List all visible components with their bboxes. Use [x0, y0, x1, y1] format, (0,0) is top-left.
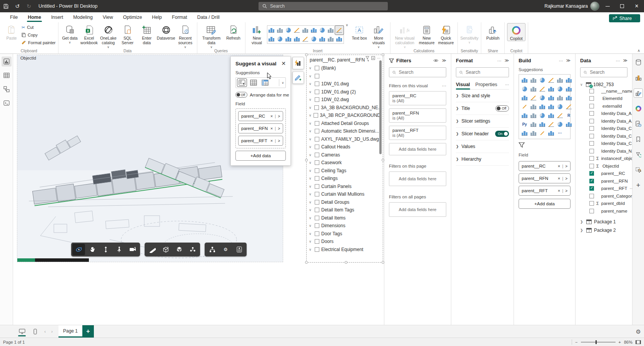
item-checkbox[interactable] [315, 176, 319, 181]
resize-handle[interactable] [305, 53, 308, 56]
expand-chevron-icon[interactable]: ∨ [309, 232, 313, 236]
slicer-item[interactable]: ∨ Detail Item Tags [309, 206, 382, 214]
field-pill[interactable]: parent__RFT × | > [519, 186, 571, 196]
field-checkbox[interactable] [589, 186, 594, 191]
field-row[interactable]: Σ ObjectId [580, 162, 627, 170]
visual-type-icon[interactable] [310, 26, 318, 35]
item-checkbox[interactable] [315, 192, 319, 196]
selection-pane-icon[interactable] [634, 165, 643, 175]
undo-icon[interactable]: ↺ [12, 0, 23, 12]
orbit-tool-icon[interactable] [72, 244, 85, 255]
visual-horizontal-scrollbar[interactable] [17, 258, 89, 262]
model-view-icon[interactable] [2, 84, 12, 94]
expand-chevron-icon[interactable]: ∨ [309, 208, 313, 212]
item-checkbox[interactable] [315, 74, 319, 78]
remove-field-icon[interactable]: × [558, 164, 560, 168]
text-box-button[interactable]: A Text box [350, 23, 369, 40]
visual-type-icon[interactable] [335, 26, 344, 35]
next-page-icon[interactable]: › [48, 325, 55, 338]
expand-chevron-icon[interactable]: ∨ [309, 192, 313, 196]
expand-chevron-icon[interactable]: ∨ [309, 248, 313, 251]
item-checkbox[interactable] [315, 153, 319, 157]
visual-type-icon[interactable] [284, 35, 293, 43]
field-checkbox[interactable] [589, 194, 594, 198]
measure-tool-icon[interactable] [146, 244, 158, 255]
field-checkbox[interactable] [589, 134, 594, 138]
visual-type-icon[interactable] [556, 85, 564, 93]
visual-type-icon[interactable] [318, 35, 327, 43]
zoom-slider[interactable] [581, 342, 616, 343]
slicer-item[interactable]: ∨ 3A_3B RCP_BACKGROUND... [309, 111, 382, 120]
add-all-pages-filter-target[interactable]: Add data fields here [389, 202, 446, 217]
field-checkbox[interactable] [589, 201, 594, 206]
item-checkbox[interactable] [315, 208, 319, 212]
expand-chevron-icon[interactable]: ∨ [309, 106, 312, 110]
field-row[interactable]: Σ Identity Data_N... [580, 147, 627, 155]
item-checkbox[interactable] [315, 137, 319, 141]
visual-type-icon[interactable] [564, 93, 573, 102]
visual-type-icon[interactable] [538, 85, 547, 93]
field-row[interactable]: Σ ElementId [580, 95, 627, 103]
mobile-layout-icon[interactable] [28, 325, 42, 338]
field-row[interactable]: Σ parent__RFT ··· [580, 185, 627, 193]
visual-type-icon[interactable] [276, 35, 284, 43]
slicer-item[interactable]: ∨ [309, 72, 382, 80]
expand-chevron-icon[interactable]: ∨ [309, 240, 313, 243]
item-checkbox[interactable] [315, 247, 319, 252]
visual-type-icon[interactable]: ··· [556, 129, 564, 138]
item-checkbox[interactable] [315, 160, 319, 165]
visual-type-icon[interactable]: Py [520, 120, 529, 129]
visual-type-icon[interactable] [538, 102, 547, 111]
visual-type-icon[interactable] [538, 93, 547, 102]
refresh-button[interactable]: Refresh [224, 23, 243, 40]
expand-field-icon[interactable]: > [278, 114, 280, 118]
field-row[interactable]: Σ instanceof_objid [580, 155, 627, 163]
global-search-box[interactable]: Search [259, 2, 388, 10]
item-checkbox[interactable] [315, 145, 319, 149]
slicer-item[interactable]: ∨ Cameras [309, 151, 382, 159]
item-checkbox[interactable] [314, 113, 318, 118]
visual-type-icon[interactable] [564, 76, 573, 85]
collapse-chevron-icon[interactable]: ∨ [580, 83, 584, 86]
visual-type-icon[interactable] [276, 26, 284, 35]
visual-type-icon[interactable] [520, 129, 529, 138]
format-search-box[interactable] [456, 67, 509, 77]
field-checkbox[interactable] [589, 149, 594, 153]
recent-sources-button[interactable]: Recent sources∨ [176, 23, 195, 50]
visual-type-icon[interactable] [556, 93, 564, 102]
enter-data-button[interactable]: Enter data [138, 23, 156, 45]
close-icon[interactable]: ✕ [281, 60, 286, 67]
explode-tool-icon[interactable] [186, 244, 199, 255]
visual-type-icon[interactable] [301, 35, 310, 43]
field-row[interactable]: Σ Identity Data_A... [580, 117, 627, 125]
zoom-tool-icon[interactable] [99, 244, 112, 255]
item-checkbox[interactable] [314, 105, 319, 110]
more-visuals-button[interactable]: More visuals∨ [369, 23, 388, 50]
suggestions-dropdown-icon[interactable]: ∨ [282, 81, 284, 85]
visual-type-icon[interactable] [547, 85, 556, 93]
ribbon-tab[interactable]: Help [147, 13, 167, 22]
expand-field-icon[interactable]: > [565, 189, 567, 193]
user-name[interactable]: Rajkumar Kansagara [544, 0, 588, 12]
format-suggestion-button[interactable] [292, 72, 304, 84]
get-data-button[interactable]: Get data∨ [61, 23, 79, 45]
report-view-icon[interactable] [2, 57, 12, 67]
field-checkbox[interactable] [589, 171, 594, 176]
slicer-item[interactable]: ∨ (Blank) [309, 64, 382, 72]
expand-field-icon[interactable]: > [278, 126, 280, 131]
visual-type-icon[interactable] [538, 76, 547, 85]
more-options-icon[interactable]: ··· [505, 83, 509, 87]
sql-server-button[interactable]: SQL Server [118, 23, 137, 45]
fit-to-page-icon[interactable] [636, 340, 641, 344]
visual-type-icon[interactable] [547, 76, 556, 85]
item-checkbox[interactable] [315, 121, 319, 126]
visual-type-icon[interactable] [284, 26, 293, 35]
expand-chevron-icon[interactable]: ∨ [309, 153, 313, 157]
ribbon-tab[interactable]: Insert [47, 13, 68, 22]
package-node[interactable]: ❯ Package 2 [580, 226, 627, 234]
copy-button[interactable]: Copy [22, 32, 56, 38]
add-pane-icon[interactable]: + [634, 181, 643, 190]
properties-panel-tool-icon[interactable] [233, 244, 245, 255]
format-search-input[interactable] [465, 70, 506, 75]
visual-type-icon[interactable] [556, 102, 564, 111]
